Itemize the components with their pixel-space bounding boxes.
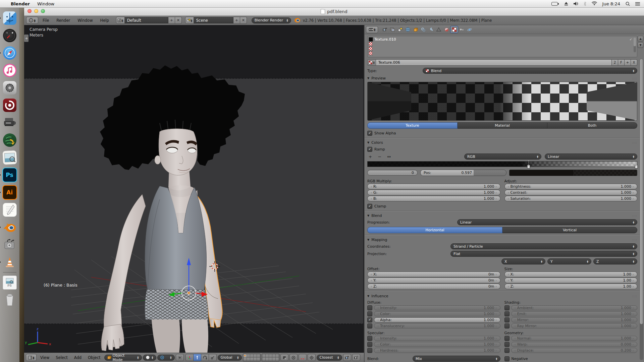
zoom-window-button[interactable] <box>41 9 45 13</box>
brightness-slider[interactable]: Brightness:1.000 <box>504 184 638 189</box>
shading-ambient-slider[interactable]: Ambient:1.000 <box>511 305 638 310</box>
delete-scene-button[interactable]: ✕ <box>240 17 247 24</box>
texture-slot[interactable] <box>369 51 632 56</box>
minimize-window-button[interactable] <box>34 9 38 13</box>
opengl-render-anim-button[interactable] <box>352 354 360 361</box>
fake-user-button[interactable]: F <box>618 59 625 66</box>
offset-y-field[interactable]: Y:0m <box>367 278 500 283</box>
progression-dropdown[interactable]: Linear▲▼ <box>457 219 637 225</box>
notification-center-icon[interactable] <box>635 2 640 6</box>
dock-downloads-icon[interactable] <box>2 133 17 147</box>
lock-to-scene-toggle[interactable] <box>280 354 288 361</box>
shading-mirror-slider[interactable]: Mirror:1.000 <box>511 317 638 322</box>
specular-hardness-checkbox[interactable]: ✓ <box>367 348 372 353</box>
battery-icon[interactable] <box>551 2 559 6</box>
specular-intensity-slider[interactable]: Intensity:1.000 <box>374 336 500 341</box>
window-menu[interactable]: Window <box>37 1 54 6</box>
ramp-stop-index-field[interactable]: 0 <box>367 170 418 176</box>
view-menu[interactable]: View <box>38 355 52 360</box>
coordinates-dropdown[interactable]: Strand / Particle▲▼ <box>450 243 637 249</box>
screen-layout-name[interactable]: Default <box>125 17 168 23</box>
window-titlebar[interactable]: pdf.blend <box>24 7 644 16</box>
tab-texture-icon[interactable] <box>450 26 458 33</box>
offset-x-field[interactable]: X:0m <box>367 272 500 277</box>
geometry-normal-slider[interactable]: Normal:1.000 <box>511 336 638 341</box>
panel-grip-icon[interactable]: :::: <box>632 141 637 144</box>
manipulator-axes-icon[interactable] <box>185 354 194 361</box>
colors-panel-header[interactable]: ▼ Colors :::: <box>367 139 637 146</box>
tab-physics-icon[interactable] <box>466 26 473 33</box>
dock-illustrator-icon[interactable]: Ai <box>2 185 17 200</box>
specular-hardness-slider[interactable]: Hardness:1.000 <box>374 348 500 353</box>
dock-textedit-icon[interactable] <box>2 202 17 217</box>
dock-dashboard-icon[interactable] <box>2 28 17 43</box>
saturation-slider[interactable]: Saturation:1.000 <box>504 196 638 201</box>
tab-world-icon[interactable] <box>404 26 412 33</box>
dock-trash-icon[interactable] <box>2 293 17 307</box>
texture-browse-icon[interactable]: ▲▼ <box>367 59 376 66</box>
diffuse-color-slider[interactable]: Color:1.000 <box>374 311 500 316</box>
layers-grid-2[interactable] <box>262 354 279 361</box>
geometry-warp-checkbox[interactable]: ✓ <box>504 342 509 347</box>
clamp-checkbox[interactable]: ✓ <box>367 204 372 209</box>
pivot-point-dropdown[interactable]: ▲▼ <box>157 355 175 361</box>
ramp-stop-color-swatch[interactable] <box>509 170 637 176</box>
unlink-texture-button[interactable]: X <box>631 59 637 66</box>
dock-system-preferences-icon[interactable] <box>2 80 17 95</box>
diffuse-intensity-checkbox[interactable]: ✓ <box>367 305 372 310</box>
ramp-checkbox[interactable]: ✓ <box>367 147 372 152</box>
snap-toggle[interactable] <box>299 354 307 361</box>
volume-icon[interactable] <box>574 2 578 6</box>
new-texture-button[interactable]: + <box>625 59 631 66</box>
blend-panel-header[interactable]: ▼ Blend :::: <box>367 212 637 219</box>
specular-color-slider[interactable]: Color:1.000 <box>374 342 500 347</box>
rgb-r-slider[interactable]: R:1.000 <box>367 184 500 189</box>
tab-scene-icon[interactable] <box>396 26 404 33</box>
tab-modifiers-icon[interactable] <box>427 26 435 33</box>
dock-finder-icon[interactable] <box>2 11 17 25</box>
size-z-field[interactable]: Z:1.00 <box>504 284 638 289</box>
panel-grip-icon[interactable]: :::: <box>632 295 637 298</box>
shading-mirror-checkbox[interactable]: ✓ <box>504 317 509 322</box>
ramp-position-slider[interactable]: Pos: 0.597 <box>420 170 506 176</box>
preview-panel-header[interactable]: ▼ Preview :::: <box>367 75 637 82</box>
offset-z-field[interactable]: Z:0m <box>367 284 500 289</box>
panel-grip-icon[interactable]: :::: <box>632 238 637 242</box>
menu-render[interactable]: Render <box>53 18 73 23</box>
shading-emit-checkbox[interactable]: ✓ <box>504 311 509 316</box>
geometry-displace-checkbox[interactable]: ✓ <box>504 348 509 353</box>
texture-slot-active[interactable]: Texture.010 ✓ <box>369 37 632 42</box>
properties-scrollbar[interactable] <box>640 59 643 360</box>
vertical-button[interactable]: Vertical <box>502 227 637 233</box>
size-x-field[interactable]: X:1.00 <box>504 272 638 277</box>
mode-dropdown[interactable]: Object Mode▲▼ <box>104 355 142 361</box>
diffuse-alpha-checkbox[interactable]: ✓ <box>367 317 372 322</box>
viewport-canvas[interactable]: z y x + Camera Persp Meters (6) Plane : … <box>24 25 364 353</box>
texture-enabled-check-icon[interactable]: ✓ <box>630 38 632 41</box>
show-alpha-row[interactable]: ✓ Show Alpha <box>367 130 637 136</box>
panel-grip-icon[interactable]: :::: <box>632 77 637 80</box>
texture-type-dropdown[interactable]: Blend▲▼ <box>423 68 637 74</box>
menu-window[interactable]: Window <box>74 18 96 23</box>
pivot-align-toggle[interactable] <box>176 354 184 361</box>
clamp-row[interactable]: ✓ Clamp <box>367 203 637 209</box>
preview-texture-button[interactable]: Texture <box>367 122 458 129</box>
scene-icon[interactable]: ▲▼ <box>185 17 194 24</box>
dock-itunes-icon[interactable] <box>2 63 17 78</box>
proportional-edit-toggle[interactable] <box>289 354 298 361</box>
dock-safari-icon[interactable] <box>2 46 17 60</box>
add-menu[interactable]: Add <box>71 355 84 360</box>
layers-grid-1[interactable] <box>243 354 261 361</box>
add-layout-button[interactable]: + <box>168 17 175 24</box>
dock-dvd-player-icon[interactable] <box>2 98 17 113</box>
slot-move-up-button[interactable]: ▲ <box>638 36 643 42</box>
horizontal-button[interactable]: Horizontal <box>367 227 502 233</box>
shading-ray-mirror-slider[interactable]: Ray Mirror:1.000 <box>511 323 638 328</box>
ramp-stop-selected[interactable] <box>527 161 530 169</box>
render-engine-dropdown[interactable]: Blender Render▲▼ <box>252 17 291 23</box>
geometry-warp-slider[interactable]: Warp:0.000 <box>511 342 638 347</box>
diffuse-alpha-slider[interactable]: Alpha:1.000 <box>374 317 500 322</box>
transform-orientation-dropdown[interactable]: Global▲▼ <box>218 355 242 361</box>
scale-manipulator-button[interactable] <box>209 354 217 361</box>
delete-layout-button[interactable]: ✕ <box>175 17 182 24</box>
